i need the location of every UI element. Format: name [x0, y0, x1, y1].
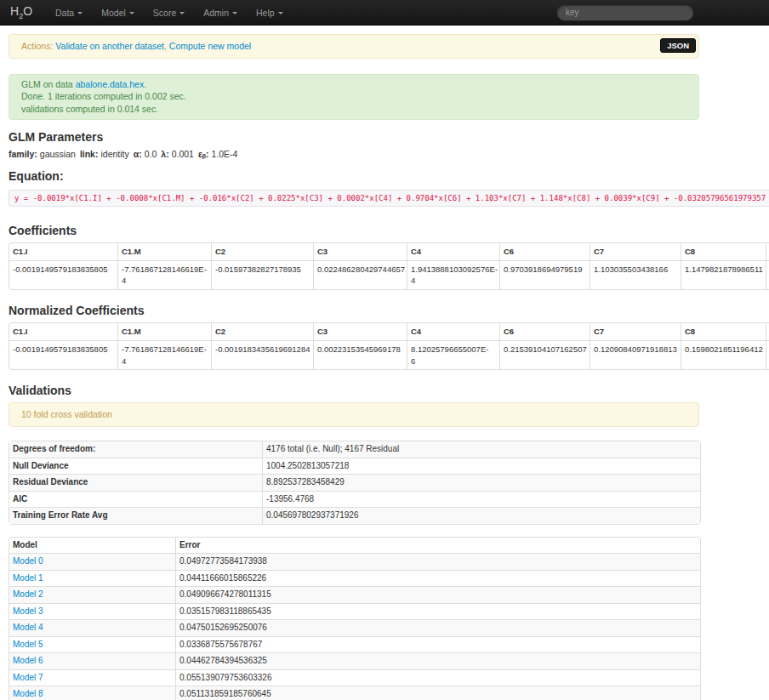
status-box: GLM on data abalone.data.hex. Done. 1 it… — [9, 74, 699, 120]
coef-column-header: C3 — [313, 243, 407, 260]
coef-column-header: C8 — [681, 243, 766, 260]
param-value: gaussian — [40, 149, 76, 159]
model-name-cell: Model 6 — [9, 652, 175, 669]
model-link[interactable]: Model 3 — [13, 606, 43, 616]
equation-clip: y = -0.0019*x[C1.I] + -0.0008*x[C1.M] + … — [9, 188, 769, 213]
coef-column-header: C7 — [590, 243, 681, 260]
coef-value-cell: 8.12025796655007E-6 — [407, 340, 499, 370]
model-row: Model 00.04972773584173938 — [9, 553, 700, 570]
coef-column-header: C3 — [313, 323, 407, 340]
json-button[interactable]: JSON — [660, 38, 696, 53]
summary-row: Degrees of freedom:4176 total (i.e. Null… — [9, 441, 700, 458]
coefficients-table: C1.IC1.MC2C3C4C6C7C8-0.00191495791838358… — [9, 242, 769, 290]
coef-column-header: C6 — [499, 243, 590, 260]
nav-menu-label: Score — [153, 8, 176, 18]
h2o-logo[interactable]: H2O — [10, 4, 32, 20]
summary-value: -13956.4768 — [262, 491, 700, 508]
model-link[interactable]: Model 2 — [13, 589, 43, 599]
coef-value-cell: -0.0019149579183835805 — [9, 260, 117, 290]
compute-new-model-link[interactable]: Compute new model — [169, 41, 251, 51]
glm-params-line: family:gaussianlink:identityα:0.0λ:0.001… — [9, 149, 769, 159]
model-link[interactable]: Model 4 — [13, 623, 43, 632]
summary-row: Training Error Rate Avg0.045697802937371… — [9, 507, 700, 524]
model-link[interactable]: Model 0 — [13, 556, 43, 566]
chevron-down-icon — [77, 12, 83, 14]
summary-label: Degrees of freedom: — [9, 441, 262, 458]
summary-value: 0.045697802937371926 — [262, 507, 700, 524]
coefficients-clip: C1.IC1.MC2C3C4C6C7C8-0.00191495791838358… — [9, 242, 769, 293]
coef-column-header: C2 — [211, 323, 313, 340]
summary-label: Training Error Rate Avg — [9, 507, 262, 524]
actions-label: Actions: — [21, 41, 53, 51]
coef-column-header: C1.M — [117, 243, 211, 260]
search-input[interactable] — [556, 4, 694, 21]
summary-table: Degrees of freedom:4176 total (i.e. Null… — [9, 441, 701, 525]
summary-row: AIC-13956.4768 — [9, 491, 700, 508]
summary-row: Null Deviance1004.2502813057218 — [9, 458, 700, 475]
model-name-cell: Model 8 — [9, 686, 175, 700]
coef-column-header: C6 — [499, 323, 590, 340]
model-link[interactable]: Model 6 — [13, 656, 43, 665]
coef-value-cell: -0.01597382827178935 — [211, 260, 313, 290]
nav-menu-help[interactable]: Help — [247, 0, 293, 26]
validate-link[interactable]: Validate on another dataset — [55, 41, 164, 51]
model-error-cell: 0.04750152695250076 — [175, 619, 700, 636]
dataset-link[interactable]: abalone.data.hex — [76, 79, 145, 89]
nav-menu-label: Help — [256, 8, 275, 18]
model-row: Model 60.04462784394536325 — [9, 652, 700, 669]
coef-column-header: C1.I — [9, 243, 117, 260]
coef-value-cell: 0.00223153545969178 — [313, 340, 407, 370]
coef-value-cell: -0.0019149579183835805 — [9, 340, 117, 370]
status-line-1: GLM on data abalone.data.hex. — [21, 78, 686, 91]
nav-menu-score[interactable]: Score — [144, 0, 194, 26]
model-row: Model 80.051131859185760645 — [9, 686, 700, 700]
nav-menu-data[interactable]: Data — [46, 0, 92, 26]
coef-column-header: C7 — [590, 323, 681, 340]
coef-value-cell: 1.103035503438166 — [590, 260, 681, 290]
coef-value-cell: 0.12090840971918813 — [590, 340, 681, 370]
normalized-coefficients-table: C1.IC1.MC2C3C4C6C7C8-0.00191495791838358… — [9, 322, 769, 370]
model-name-cell: Model 2 — [9, 586, 175, 603]
model-name-cell: Model 3 — [9, 603, 175, 620]
logo-text-2: O — [23, 4, 32, 18]
model-link[interactable]: Model 7 — [13, 673, 43, 682]
param-value: 0.0 — [145, 149, 157, 159]
summary-label: Null Deviance — [9, 458, 262, 475]
model-error-cell: 0.04972773584173938 — [175, 553, 700, 570]
coef-value-cell — [766, 340, 769, 370]
model-name-cell: Model 7 — [9, 669, 175, 686]
coef-column-header: C8 — [681, 323, 766, 340]
model-row: Model 20.049096674278011315 — [9, 586, 700, 603]
param-value: 1.0E-4 — [212, 149, 238, 159]
param-value: 0.001 — [172, 149, 194, 159]
model-link[interactable]: Model 8 — [13, 689, 43, 698]
param-label: εᵦ: — [198, 149, 209, 159]
status-suffix: . — [144, 79, 146, 89]
summary-value: 1004.2502813057218 — [262, 458, 700, 475]
equation-heading: Equation: — [9, 169, 769, 183]
model-link[interactable]: Model 1 — [13, 573, 43, 583]
coef-column-header: C2 — [211, 243, 313, 260]
coef-column-header: C1.I — [9, 323, 117, 340]
model-link[interactable]: Model 5 — [13, 640, 43, 649]
param-label: family: — [9, 149, 37, 159]
actions-bar: Actions:Validate on another dataset, Com… — [9, 34, 699, 59]
nav-menu-label: Admin — [203, 8, 229, 18]
summary-value: 4176 total (i.e. Null); 4167 Residual — [262, 441, 700, 458]
coef-column-header — [766, 243, 769, 260]
model-row: Model 70.055139079753603326 — [9, 669, 700, 686]
model-error-cell: 0.051131859185760645 — [175, 686, 700, 700]
coef-value-cell: 0.1598021851196412 — [681, 340, 766, 370]
models-column-header: Model — [9, 538, 175, 554]
model-name-cell: Model 5 — [9, 636, 175, 653]
nav-menu-model[interactable]: Model — [92, 0, 144, 26]
coef-column-header: C1.M — [117, 323, 211, 340]
nav-menu-label: Data — [55, 8, 74, 18]
summary-label: AIC — [9, 491, 262, 508]
equation-code: y = -0.0019*x[C1.I] + -0.0008*x[C1.M] + … — [9, 190, 769, 207]
nav-menu-admin[interactable]: Admin — [194, 0, 247, 26]
models-table: ModelErrorModel 00.04972773584173938Mode… — [9, 537, 701, 700]
coef-column-header — [766, 323, 769, 340]
model-error-cell: 0.0336875575678767 — [175, 636, 700, 653]
coef-value-cell: -7.761867128146619E-4 — [117, 260, 211, 290]
